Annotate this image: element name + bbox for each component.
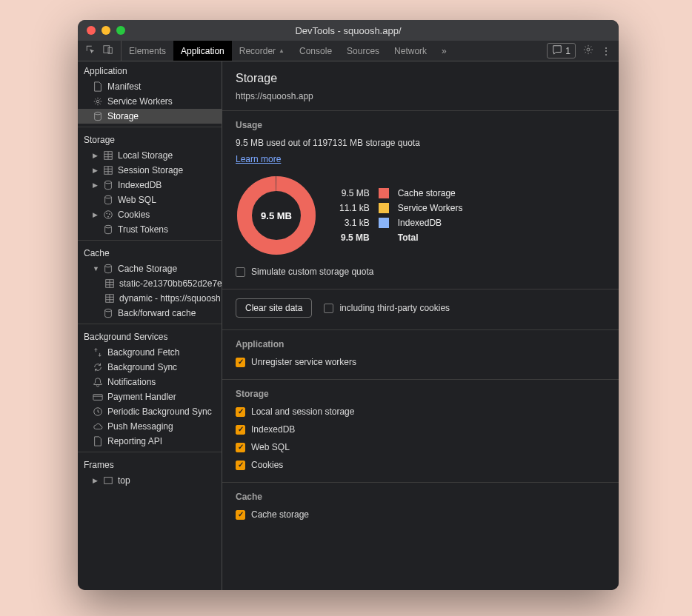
clear-site-data-button[interactable]: Clear site data (236, 298, 312, 318)
svg-point-17 (105, 309, 112, 312)
svg-point-8 (105, 195, 112, 198)
local-session-checkbox[interactable] (236, 407, 245, 417)
tab-application[interactable]: Application (173, 41, 232, 61)
sidebar: Application Manifest Service Workers Sto… (78, 61, 222, 590)
document-icon (93, 81, 103, 92)
grid-icon (104, 278, 115, 289)
tab-elements[interactable]: Elements (122, 41, 173, 61)
sidebar-item-background-sync[interactable]: Background Sync (78, 360, 222, 375)
usage-heading: Usage (236, 120, 605, 130)
close-window-button[interactable] (87, 26, 96, 35)
indexeddb-checkbox[interactable] (236, 425, 245, 435)
tab-console[interactable]: Console (292, 41, 339, 61)
section-storage-header: Storage (78, 130, 222, 148)
database-icon (93, 111, 103, 121)
bell-icon (93, 377, 103, 387)
sidebar-item-storage[interactable]: Storage (78, 109, 222, 124)
titlebar: DevTools - squoosh.app/ (78, 20, 619, 41)
card-icon (93, 392, 103, 402)
sidebar-item-periodic-sync[interactable]: Periodic Background Sync (78, 404, 222, 419)
sidebar-item-manifest[interactable]: Manifest (78, 79, 222, 94)
devtools-window: DevTools - squoosh.app/ Elements Applica… (78, 20, 619, 590)
sidebar-item-bf-cache[interactable]: Back/forward cache (78, 306, 222, 321)
sync-icon (93, 362, 103, 372)
grid-icon (103, 165, 113, 175)
sidebar-item-background-fetch[interactable]: Background Fetch (78, 345, 222, 360)
sidebar-item-trust-tokens[interactable]: Trust Tokens (78, 222, 222, 237)
tabs: Elements Application Recorder▲ Console S… (122, 41, 454, 61)
page-subtitle: https://squoosh.app (236, 91, 605, 101)
unregister-sw-label: Unregister service workers (251, 357, 356, 367)
sidebar-item-indexeddb[interactable]: ▶ IndexedDB (78, 178, 222, 192)
issues-count: 1 (565, 46, 570, 56)
svg-rect-18 (93, 395, 102, 401)
issues-badge[interactable]: 1 (547, 43, 576, 58)
legend-value: 11.1 kB (339, 203, 370, 213)
svg-point-4 (95, 112, 102, 115)
simulate-quota-checkbox[interactable] (236, 267, 245, 277)
svg-point-2 (587, 48, 590, 51)
chevron-right-icon: ▶ (93, 181, 99, 189)
sidebar-item-payment-handler[interactable]: Payment Handler (78, 389, 222, 404)
svg-point-9 (104, 211, 113, 219)
simulate-quota-row: Simulate custom storage quota (236, 267, 605, 277)
database-icon (103, 308, 113, 318)
sidebar-item-reporting-api[interactable]: Reporting API (78, 434, 222, 449)
unregister-sw-checkbox[interactable] (236, 358, 245, 367)
svg-point-11 (109, 213, 110, 215)
usage-panel: Usage 9.5 MB used out of 1197131 MB stor… (222, 110, 619, 289)
chevron-right-icon: ▶ (93, 211, 99, 218)
application-section: Application Unregister service workers (222, 329, 619, 379)
sidebar-item-websql[interactable]: Web SQL (78, 192, 222, 207)
maximize-window-button[interactable] (116, 26, 125, 35)
sidebar-item-cache-storage[interactable]: ▼ Cache Storage (78, 261, 222, 276)
device-toggle-icon[interactable] (103, 44, 113, 57)
sidebar-item-local-storage[interactable]: ▶ Local Storage (78, 148, 222, 163)
minimize-window-button[interactable] (102, 26, 110, 35)
section-background-header: Background Services (78, 327, 222, 345)
tab-recorder[interactable]: Recorder▲ (232, 41, 292, 61)
cookies-checkbox[interactable] (236, 461, 245, 470)
settings-icon[interactable] (583, 44, 593, 57)
usage-text: 9.5 MB used out of 1197131 MB storage qu… (236, 138, 605, 148)
grid-icon (103, 150, 113, 161)
sidebar-item-session-storage[interactable]: ▶ Session Storage (78, 163, 222, 178)
learn-more-link[interactable]: Learn more (236, 154, 281, 164)
issues-icon (552, 44, 562, 57)
clear-panel: Clear site data including third-party co… (222, 289, 619, 329)
svg-rect-20 (104, 478, 113, 484)
sidebar-item-push-messaging[interactable]: Push Messaging (78, 419, 222, 434)
legend-swatch (379, 203, 389, 213)
tab-overflow[interactable]: » (434, 41, 454, 61)
tab-network[interactable]: Network (387, 41, 434, 61)
websql-checkbox[interactable] (236, 443, 245, 452)
legend-total-value: 9.5 MB (339, 232, 370, 243)
cookie-icon (103, 210, 113, 220)
sidebar-item-cache-dynamic[interactable]: dynamic - https://squoosh… (78, 291, 222, 306)
svg-point-3 (96, 100, 99, 103)
legend-label: Service Workers (398, 203, 463, 213)
cloud-icon (93, 421, 103, 432)
gear-icon (93, 96, 103, 107)
more-icon[interactable]: ⋮ (601, 45, 611, 57)
sidebar-item-frame-top[interactable]: ▶ top (78, 473, 222, 488)
sidebar-item-notifications[interactable]: Notifications (78, 375, 222, 389)
grid-icon (104, 293, 115, 304)
main-header: Storage https://squoosh.app (222, 61, 619, 110)
sidebar-item-cache-static[interactable]: static-2e1370bb652d2e7e… (78, 276, 222, 291)
cache-storage-checkbox[interactable] (236, 510, 245, 520)
chevron-right-icon: ▶ (93, 167, 99, 174)
third-party-cookies-checkbox[interactable] (324, 304, 333, 313)
usage-legend: 9.5 MB Cache storage 11.1 kB Service Wor… (339, 188, 463, 243)
svg-point-14 (105, 264, 112, 267)
database-icon (103, 195, 113, 205)
tab-sources[interactable]: Sources (339, 41, 387, 61)
clock-icon (93, 406, 103, 417)
chevron-right-icon: ▶ (93, 152, 99, 159)
sidebar-item-service-workers[interactable]: Service Workers (78, 94, 222, 109)
sidebar-item-cookies[interactable]: ▶ Cookies (78, 207, 222, 222)
inspect-element-icon[interactable] (85, 44, 96, 57)
main-panel: Storage https://squoosh.app Usage 9.5 MB… (222, 61, 619, 590)
fetch-icon (93, 347, 103, 358)
legend-label: Cache storage (398, 188, 463, 198)
